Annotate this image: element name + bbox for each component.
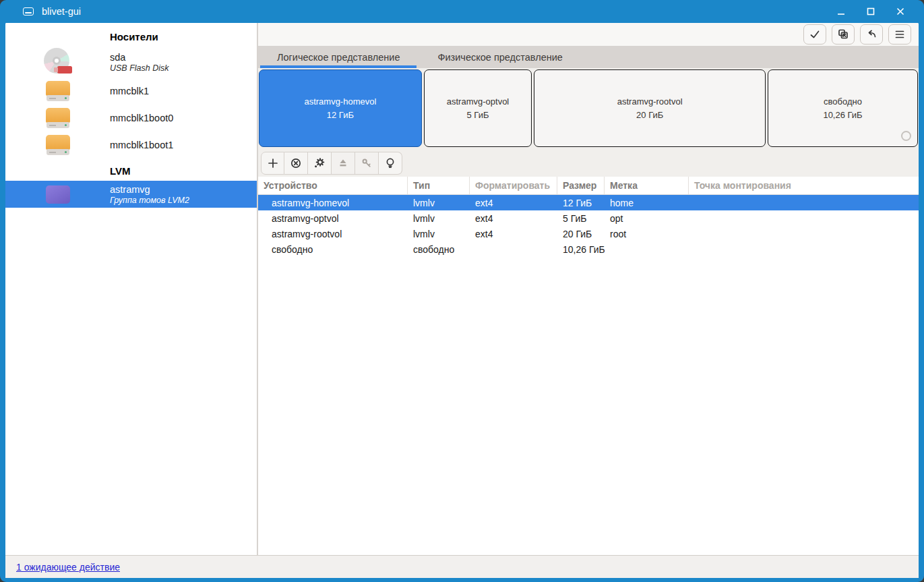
table-row-homevol[interactable]: astramvg-homevol lvmlv ext4 12 ГиБ home (258, 195, 919, 210)
cell-device: свободно (258, 241, 408, 257)
partition-block-free-space[interactable]: свободно 10,26 ГиБ (768, 69, 918, 147)
table-row-optvol[interactable]: astramvg-optvol lvmlv ext4 5 ГиБ opt (258, 210, 919, 226)
titlebar[interactable]: blivet-gui (5, 0, 919, 23)
sidebar-item-mmcblk1boot0[interactable]: mmcblk1boot0 (5, 105, 257, 132)
maximize-button[interactable] (859, 2, 882, 21)
cell-type: lvmlv (408, 210, 470, 226)
maximize-icon (866, 7, 875, 16)
tab-logical-view[interactable]: Логическое представление (258, 46, 419, 68)
cell-format: ext4 (470, 226, 557, 241)
cell-label: root (605, 226, 689, 241)
partition-name: свободно (824, 96, 862, 107)
menu-button[interactable] (888, 24, 911, 45)
cell-device: astramvg-optvol (258, 210, 408, 226)
sidebar-item-sda[interactable]: sda USB Flash Disk (5, 47, 257, 78)
device-table: Устройство Тип Форматировать Размер Метк… (258, 177, 919, 555)
window-title: blivet-gui (42, 6, 81, 17)
device-name: mmcblk1boot0 (110, 113, 173, 123)
lightbulb-icon (384, 157, 396, 169)
sidebar-item-astramvg[interactable]: astramvg Группа томов LVM2 (5, 181, 257, 208)
close-button[interactable] (889, 2, 912, 21)
delete-device-button[interactable] (284, 152, 308, 175)
column-header-type[interactable]: Тип (408, 177, 470, 194)
partition-block-rootvol[interactable]: astramvg-rootvol 20 ГиБ (534, 69, 766, 147)
partition-name: astramvg-rootvol (617, 96, 683, 107)
undo-button[interactable] (860, 24, 883, 45)
hard-disk-icon (46, 135, 70, 155)
cell-type: lvmlv (408, 226, 470, 241)
info-button[interactable] (379, 152, 402, 175)
check-icon (809, 28, 821, 40)
lvm-volume-group-icon (46, 185, 70, 204)
free-space-circle-icon (901, 131, 911, 141)
device-subtitle: USB Flash Disk (110, 63, 169, 73)
partition-size: 5 ГиБ (467, 110, 489, 120)
cell-device: astramvg-homevol (258, 195, 408, 210)
sidebar-item-mmcblk1boot1[interactable]: mmcblk1boot1 (5, 132, 257, 158)
cell-format: ext4 (470, 210, 557, 226)
cell-size: 20 ГиБ (557, 226, 605, 241)
partition-size: 20 ГиБ (636, 110, 663, 120)
table-header-row: Устройство Тип Форматировать Размер Метк… (258, 177, 919, 195)
cell-label: home (605, 195, 689, 210)
partition-size: 12 ГиБ (327, 110, 354, 120)
apply-actions-button[interactable] (803, 24, 826, 45)
cell-type: lvmlv (408, 195, 470, 210)
partition-name: astramvg-homevol (304, 96, 376, 107)
cell-mountpoint (689, 195, 919, 210)
tab-label: Логическое представление (277, 52, 400, 63)
column-header-size[interactable]: Размер (557, 177, 605, 194)
device-sidebar: Носители sda USB Flash Disk mmcblk1 mmcb… (5, 23, 257, 555)
cell-type: свободно (408, 241, 470, 257)
app-window: blivet-gui Носители sda USB Flash Disk (0, 0, 924, 582)
delete-circle-x-icon (290, 157, 302, 169)
edit-device-button[interactable] (308, 152, 332, 175)
close-icon (896, 7, 905, 16)
hard-disk-icon (46, 108, 70, 128)
table-row-free-space[interactable]: свободно свободно 10,26 ГиБ (258, 241, 919, 257)
device-name: astramvg (110, 184, 189, 195)
column-header-format[interactable]: Форматировать (470, 177, 557, 194)
partition-size: 10,26 ГиБ (823, 110, 862, 120)
device-name: sda (110, 52, 169, 63)
device-name: mmcblk1boot1 (110, 140, 173, 150)
cell-format: ext4 (470, 195, 557, 210)
cell-device: astramvg-rootvol (258, 226, 408, 241)
cell-label: opt (605, 210, 689, 226)
cell-size: 12 ГиБ (557, 195, 605, 210)
cell-label (605, 241, 689, 257)
tab-label: Физическое представление (437, 52, 562, 63)
hard-disk-icon (46, 81, 70, 101)
device-action-toolbar (258, 150, 919, 177)
pending-actions-link[interactable]: 1 ожидающее действие (16, 562, 120, 573)
undo-icon (865, 28, 877, 40)
partition-name: astramvg-optvol (447, 96, 509, 107)
usb-flash-disk-icon (44, 48, 72, 76)
clear-queue-icon (837, 28, 849, 40)
add-device-button[interactable] (261, 152, 284, 175)
gear-icon (313, 157, 326, 169)
cell-mountpoint (689, 241, 919, 257)
cell-mountpoint (689, 226, 919, 241)
column-header-device[interactable]: Устройство (258, 177, 408, 194)
cell-mountpoint (689, 210, 919, 226)
view-tabbar: Логическое представление Физическое пред… (258, 46, 919, 68)
partition-block-homevol[interactable]: astramvg-homevol 12 ГиБ (259, 69, 422, 147)
eject-button[interactable] (332, 152, 355, 175)
cell-format (470, 241, 557, 257)
minimize-button[interactable] (830, 2, 853, 21)
device-subtitle: Группа томов LVM2 (110, 196, 189, 205)
table-empty-area (258, 257, 919, 555)
column-header-label[interactable]: Метка (605, 177, 689, 194)
plus-icon (267, 157, 279, 169)
sidebar-item-mmcblk1[interactable]: mmcblk1 (5, 78, 257, 105)
unlock-key-button[interactable] (355, 152, 379, 175)
partition-block-optvol[interactable]: astramvg-optvol 5 ГиБ (424, 69, 532, 147)
table-row-rootvol[interactable]: astramvg-rootvol lvmlv ext4 20 ГиБ root (258, 226, 919, 241)
clear-actions-button[interactable] (832, 24, 855, 45)
hamburger-menu-icon (894, 28, 906, 40)
minimize-icon (836, 7, 846, 16)
cell-size: 10,26 ГиБ (557, 241, 605, 257)
tab-physical-view[interactable]: Физическое представление (419, 46, 581, 68)
column-header-mountpoint[interactable]: Точка монтирования (689, 177, 919, 194)
